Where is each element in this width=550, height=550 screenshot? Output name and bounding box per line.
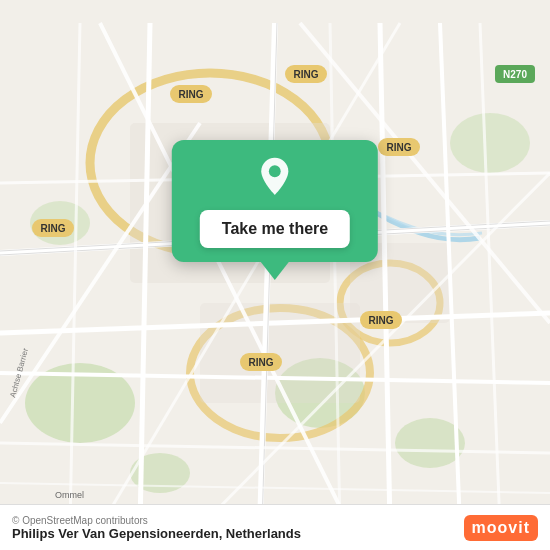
map-container[interactable]: RING RING RING RING RING RING N270 Achts… (0, 0, 550, 550)
popup-arrow (261, 262, 289, 280)
svg-text:RING: RING (387, 142, 412, 153)
popup-card: Take me there (172, 140, 378, 280)
location-pin-icon (253, 156, 297, 200)
bottom-left-info: © OpenStreetMap contributors Philips Ver… (12, 515, 301, 541)
moovit-logo-text: moovit (472, 519, 530, 537)
svg-text:RING: RING (294, 69, 319, 80)
bottom-bar: © OpenStreetMap contributors Philips Ver… (0, 504, 550, 550)
location-name: Philips Ver Van Gepensioneerden, Netherl… (12, 526, 301, 541)
svg-text:RING: RING (249, 357, 274, 368)
copyright-text: © OpenStreetMap contributors (12, 515, 301, 526)
svg-text:RING: RING (41, 223, 66, 234)
svg-text:N270: N270 (503, 69, 527, 80)
moovit-logo: moovit (464, 515, 538, 541)
svg-text:RING: RING (369, 315, 394, 326)
svg-point-5 (450, 113, 530, 173)
svg-text:RING: RING (179, 89, 204, 100)
svg-text:Ommel: Ommel (55, 490, 84, 500)
svg-point-50 (269, 165, 281, 177)
take-me-there-button[interactable]: Take me there (200, 210, 350, 248)
popup-box: Take me there (172, 140, 378, 262)
